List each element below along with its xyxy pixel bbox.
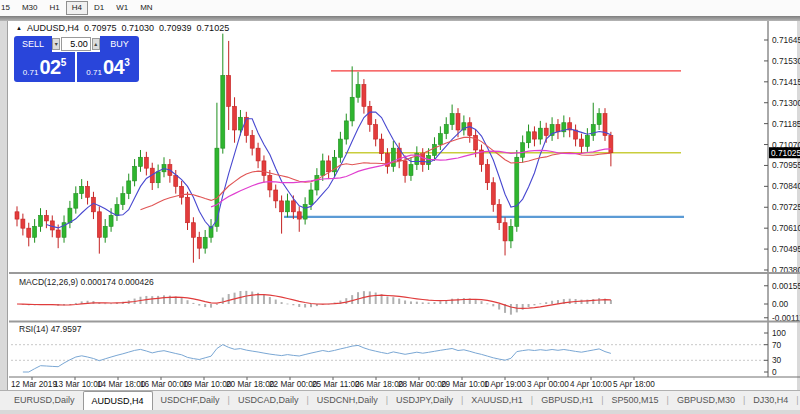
candle xyxy=(80,186,84,193)
macd-label: MACD(12,26,9) 0.000174 0.000426 xyxy=(19,277,154,287)
time-axis-label: 22 Mar 00:00 xyxy=(269,380,318,389)
up-triangle-icon: ▲ xyxy=(16,25,22,31)
candle xyxy=(527,132,531,143)
price-axis-label: 0.70725 xyxy=(772,202,800,212)
candle xyxy=(238,117,242,130)
candle xyxy=(309,190,313,205)
price-axis-label: 0.71415 xyxy=(772,77,800,87)
tab-usdchf-daily[interactable]: USDCHF,Daily xyxy=(153,391,228,410)
timeframe-button-d1[interactable]: D1 xyxy=(88,1,110,15)
candle xyxy=(21,219,25,228)
candle xyxy=(521,143,525,158)
timeframe-button-w1[interactable]: W1 xyxy=(110,1,134,15)
candle xyxy=(274,190,278,201)
candle xyxy=(227,75,231,106)
price-axis-label: 0.71300 xyxy=(772,98,800,108)
candle xyxy=(468,123,472,136)
tab-sp500-m15[interactable]: SP500,M15 xyxy=(604,391,667,410)
tab-audusd-h4[interactable]: AUDUSD,H4 xyxy=(83,391,153,410)
sell-price-button[interactable]: 0.71 02 5 xyxy=(14,52,75,82)
ohlc-low: 0.70939 xyxy=(159,23,192,33)
time-axis-label: 4 Apr 10:00 xyxy=(570,380,612,389)
price-axis[interactable]: 0.716450.715300.714150.713000.711850.710… xyxy=(764,21,800,377)
candle xyxy=(315,175,319,190)
candle xyxy=(97,212,101,237)
candle xyxy=(144,157,148,168)
timeframe-button-mn[interactable]: MN xyxy=(134,1,158,15)
candle xyxy=(262,161,266,176)
candle xyxy=(291,201,295,212)
candle xyxy=(15,212,19,219)
sell-price-big: 02 xyxy=(39,56,60,79)
candle xyxy=(86,186,90,197)
candle xyxy=(109,215,113,226)
timeframe-button-15[interactable]: 15 xyxy=(0,1,16,15)
volume-up-button[interactable]: ▴ xyxy=(92,38,100,50)
tab-usdcad-daily[interactable]: USDCAD,Daily xyxy=(230,391,307,410)
time-axis-label: 25 Mar 11:00 xyxy=(312,380,360,389)
candle xyxy=(515,157,519,226)
candle xyxy=(344,121,348,139)
candle xyxy=(438,134,442,145)
candle xyxy=(362,85,366,107)
time-axis-label: 13 Mar 10:00 xyxy=(54,380,103,389)
time-axis-label: 19 Mar 10:00 xyxy=(183,380,232,389)
price-axis-label: 0.70495 xyxy=(772,244,800,254)
buy-button[interactable]: BUY xyxy=(100,36,139,52)
sell-button[interactable]: SELL xyxy=(14,36,52,52)
candle xyxy=(327,161,331,172)
sell-price-sup: 5 xyxy=(61,57,67,68)
tab-usdcnh-daily[interactable]: USDCNH,Daily xyxy=(309,391,386,410)
candle xyxy=(509,226,513,241)
time-axis-label: 28 Mar 00:00 xyxy=(398,380,447,389)
rsi-axis-label: 0 xyxy=(772,367,777,377)
candle xyxy=(297,212,301,219)
candle xyxy=(138,157,142,166)
price-axis-label: 0.70610 xyxy=(772,223,800,233)
price-axis-label: 0.71530 xyxy=(772,56,800,66)
volume-spinner: ▾ 5.00 ▴ xyxy=(52,36,100,52)
time-axis[interactable]: 12 Mar 201913 Mar 10:0014 Mar 18:0016 Ma… xyxy=(11,377,655,389)
tab-usdjpy-daily[interactable]: USDJPY,Daily xyxy=(388,391,461,410)
chart-header: ▲ AUDUSD,H4 0.70975 0.71030 0.70939 0.71… xyxy=(16,23,229,33)
time-axis-label: 1 Apr 19:00 xyxy=(484,380,526,389)
volume-input[interactable]: 5.00 xyxy=(61,37,90,51)
candle xyxy=(250,135,254,148)
candle xyxy=(221,75,225,148)
candle xyxy=(503,223,507,241)
candle xyxy=(456,114,460,130)
tab-xauusd-h1[interactable]: XAUUSD,H1 xyxy=(463,391,531,410)
time-axis-label: 12 Mar 2019 xyxy=(11,380,57,389)
candle xyxy=(450,114,454,125)
candle xyxy=(191,223,195,238)
candle xyxy=(585,135,589,146)
tab-gbpusd-h1[interactable]: GBPUSD,H1 xyxy=(533,391,601,410)
candle xyxy=(432,145,436,156)
candle xyxy=(39,215,43,226)
timeframe-button-h1[interactable]: H1 xyxy=(43,1,65,15)
candle xyxy=(321,161,325,176)
candle xyxy=(156,172,160,183)
volume-down-button[interactable]: ▾ xyxy=(52,38,60,50)
buy-price-prefix: 0.71 xyxy=(86,68,102,82)
timeframe-button-h4[interactable]: H4 xyxy=(66,1,88,15)
candle xyxy=(544,128,548,135)
candle xyxy=(491,183,495,205)
tab-eurusd-daily[interactable]: EURUSD,Daily xyxy=(6,391,83,410)
candle xyxy=(609,135,613,152)
buy-price-button[interactable]: 0.71 04 3 xyxy=(77,52,139,82)
candle xyxy=(497,205,501,223)
candle xyxy=(133,166,137,181)
rsi-axis-label: 30 xyxy=(772,355,782,365)
tab-dj30-h4[interactable]: DJ30,H4 xyxy=(745,391,796,410)
candle xyxy=(74,194,78,209)
candle xyxy=(532,132,536,139)
time-axis-label: 5 Apr 18:00 xyxy=(613,380,655,389)
candle xyxy=(391,148,395,166)
timeframe-toolbar: 15M30H1H4D1W1MN xyxy=(0,0,800,16)
timeframe-button-m30[interactable]: M30 xyxy=(16,1,44,15)
symbol-tabbar: EURUSD,DailyAUDUSD,H4USDCHF,Daily|USDCAD… xyxy=(0,390,800,410)
tab-gbpusd-m30[interactable]: GBPUSD,M30 xyxy=(669,391,743,410)
window-bottom-edge xyxy=(0,410,800,414)
candle xyxy=(280,201,284,212)
